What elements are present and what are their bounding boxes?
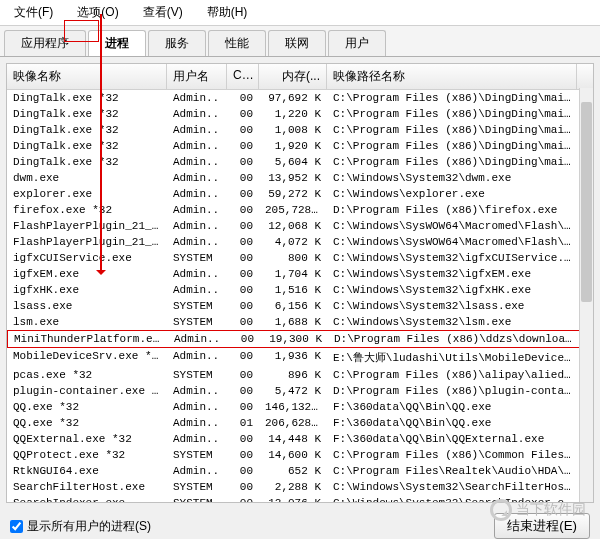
process-path: D:\Program Files (x86)\plugin-container.… bbox=[327, 384, 577, 398]
process-cpu: 00 bbox=[227, 91, 259, 105]
tab-4[interactable]: 联网 bbox=[268, 30, 326, 56]
process-user: SYSTEM bbox=[167, 480, 227, 494]
process-user: SYSTEM bbox=[167, 299, 227, 313]
process-user: Admin.. bbox=[167, 416, 227, 430]
process-path: C:\Windows\SysWOW64\Macromed\Flash\Flas.… bbox=[327, 219, 577, 233]
tab-2[interactable]: 服务 bbox=[148, 30, 206, 56]
process-mem: 14,600 K bbox=[259, 448, 327, 462]
table-row[interactable]: QQ.exe *32Admin..00146,132 KF:\360data\Q… bbox=[7, 399, 593, 415]
table-row[interactable]: MiniThunderPlatform.exe *32Admin..0019,3… bbox=[7, 330, 593, 348]
process-user: Admin.. bbox=[167, 91, 227, 105]
menu-view[interactable]: 查看(V) bbox=[137, 2, 189, 23]
process-user: Admin.. bbox=[167, 400, 227, 414]
process-user: Admin.. bbox=[167, 139, 227, 153]
process-name: DingTalk.exe *32 bbox=[7, 139, 167, 153]
process-name: RtkNGUI64.exe bbox=[7, 464, 167, 478]
table-row[interactable]: DingTalk.exe *32Admin..001,220 KC:\Progr… bbox=[7, 106, 593, 122]
process-cpu: 00 bbox=[227, 349, 259, 366]
col-header-name[interactable]: 映像名称 bbox=[7, 64, 167, 89]
process-user: Admin.. bbox=[168, 332, 228, 346]
table-row[interactable]: DingTalk.exe *32Admin..005,604 KC:\Progr… bbox=[7, 154, 593, 170]
table-row[interactable]: SearchIndexer.exeSYSTEM0012,076 KC:\Wind… bbox=[7, 495, 593, 503]
table-row[interactable]: igfxHK.exeAdmin..001,516 KC:\Windows\Sys… bbox=[7, 282, 593, 298]
process-mem: 19,300 K bbox=[260, 332, 328, 346]
tab-5[interactable]: 用户 bbox=[328, 30, 386, 56]
col-header-path[interactable]: 映像路径名称 bbox=[327, 64, 577, 89]
process-path: F:\360data\QQ\Bin\QQExternal.exe bbox=[327, 432, 577, 446]
process-mem: 1,704 K bbox=[259, 267, 327, 281]
end-process-button[interactable]: 结束进程(E) bbox=[494, 513, 590, 539]
process-mem: 6,156 K bbox=[259, 299, 327, 313]
process-name: explorer.exe bbox=[7, 187, 167, 201]
table-row[interactable]: igfxCUIService.exeSYSTEM00800 KC:\Window… bbox=[7, 250, 593, 266]
table-row[interactable]: lsm.exeSYSTEM001,688 KC:\Windows\System3… bbox=[7, 314, 593, 330]
tab-strip: 应用程序进程服务性能联网用户 bbox=[0, 26, 600, 57]
table-row[interactable]: FlashPlayerPlugin_21_0_0...Admin..0012,0… bbox=[7, 218, 593, 234]
col-header-mem[interactable]: 内存(... bbox=[259, 64, 327, 89]
process-mem: 13,952 K bbox=[259, 171, 327, 185]
show-all-checkbox-input[interactable] bbox=[10, 520, 23, 533]
table-row[interactable]: lsass.exeSYSTEM006,156 KC:\Windows\Syste… bbox=[7, 298, 593, 314]
tab-3[interactable]: 性能 bbox=[208, 30, 266, 56]
menu-file[interactable]: 文件(F) bbox=[8, 2, 59, 23]
process-cpu: 00 bbox=[227, 496, 259, 503]
process-name: SearchIndexer.exe bbox=[7, 496, 167, 503]
process-user: Admin.. bbox=[167, 203, 227, 217]
process-name: DingTalk.exe *32 bbox=[7, 91, 167, 105]
process-path: C:\Windows\explorer.exe bbox=[327, 187, 577, 201]
process-cpu: 00 bbox=[227, 219, 259, 233]
process-path: C:\Windows\System32\lsass.exe bbox=[327, 299, 577, 313]
show-all-label: 显示所有用户的进程(S) bbox=[27, 518, 151, 535]
process-user: Admin.. bbox=[167, 432, 227, 446]
process-user: Admin.. bbox=[167, 107, 227, 121]
show-all-users-checkbox[interactable]: 显示所有用户的进程(S) bbox=[10, 518, 151, 535]
tab-1[interactable]: 进程 bbox=[88, 30, 146, 56]
table-row[interactable]: QQExternal.exe *32Admin..0014,448 KF:\36… bbox=[7, 431, 593, 447]
menu-options[interactable]: 选项(O) bbox=[71, 2, 124, 23]
table-row[interactable]: firefox.exe *32Admin..00205,728 KD:\Prog… bbox=[7, 202, 593, 218]
process-mem: 206,628 K bbox=[259, 416, 327, 430]
table-row[interactable]: MobileDeviceSrv.exe *32Admin..001,936 KE… bbox=[7, 348, 593, 367]
process-user: Admin.. bbox=[167, 219, 227, 233]
col-header-user[interactable]: 用户名 bbox=[167, 64, 227, 89]
process-path: D:\Program Files (x86)\firefox.exe bbox=[327, 203, 577, 217]
process-cpu: 00 bbox=[227, 235, 259, 249]
process-name: lsass.exe bbox=[7, 299, 167, 313]
process-name: MiniThunderPlatform.exe *32 bbox=[8, 332, 168, 346]
table-row[interactable]: SearchFilterHost.exeSYSTEM002,288 KC:\Wi… bbox=[7, 479, 593, 495]
process-cpu: 00 bbox=[227, 464, 259, 478]
table-row[interactable]: QQProtect.exe *32SYSTEM0014,600 KC:\Prog… bbox=[7, 447, 593, 463]
tab-0[interactable]: 应用程序 bbox=[4, 30, 86, 56]
process-path: C:\Windows\System32\igfxCUIService.exe bbox=[327, 251, 577, 265]
table-row[interactable]: plugin-container.exe *32Admin..005,472 K… bbox=[7, 383, 593, 399]
table-row[interactable]: DingTalk.exe *32Admin..0097,692 KC:\Prog… bbox=[7, 90, 593, 106]
process-path: E:\鲁大师\ludashi\Utils\MobileDeviceSrv.. bbox=[327, 349, 577, 366]
table-row[interactable]: explorer.exeAdmin..0059,272 KC:\Windows\… bbox=[7, 186, 593, 202]
menu-help[interactable]: 帮助(H) bbox=[201, 2, 254, 23]
process-user: Admin.. bbox=[167, 349, 227, 366]
table-row[interactable]: RtkNGUI64.exeAdmin..00652 KC:\Program Fi… bbox=[7, 463, 593, 479]
vertical-scrollbar[interactable] bbox=[579, 88, 593, 502]
process-path: C:\Program Files (x86)\DingDing\main\cu.… bbox=[327, 139, 577, 153]
process-cpu: 01 bbox=[227, 416, 259, 430]
process-mem: 2,288 K bbox=[259, 480, 327, 494]
process-cpu: 00 bbox=[227, 171, 259, 185]
col-header-cpu[interactable]: CPU bbox=[227, 64, 259, 89]
process-name: DingTalk.exe *32 bbox=[7, 155, 167, 169]
table-row[interactable]: DingTalk.exe *32Admin..001,008 KC:\Progr… bbox=[7, 122, 593, 138]
table-row[interactable]: igfxEM.exeAdmin..001,704 KC:\Windows\Sys… bbox=[7, 266, 593, 282]
process-name: pcas.exe *32 bbox=[7, 368, 167, 382]
process-path: C:\Windows\System32\dwm.exe bbox=[327, 171, 577, 185]
table-row[interactable]: pcas.exe *32SYSTEM00896 KC:\Program File… bbox=[7, 367, 593, 383]
process-name: FlashPlayerPlugin_21_0_0... bbox=[7, 235, 167, 249]
process-user: Admin.. bbox=[167, 384, 227, 398]
process-path: C:\Program Files\Realtek\Audio\HDA\RtkN.… bbox=[327, 464, 577, 478]
table-row[interactable]: DingTalk.exe *32Admin..001,920 KC:\Progr… bbox=[7, 138, 593, 154]
scroll-thumb[interactable] bbox=[581, 102, 592, 302]
process-mem: 205,728 K bbox=[259, 203, 327, 217]
table-row[interactable]: QQ.exe *32Admin..01206,628 KF:\360data\Q… bbox=[7, 415, 593, 431]
table-row[interactable]: FlashPlayerPlugin_21_0_0...Admin..004,07… bbox=[7, 234, 593, 250]
process-path: C:\Program Files (x86)\alipay\aliedit\5.… bbox=[327, 368, 577, 382]
process-path: C:\Windows\System32\igfxEM.exe bbox=[327, 267, 577, 281]
table-row[interactable]: dwm.exeAdmin..0013,952 KC:\Windows\Syste… bbox=[7, 170, 593, 186]
